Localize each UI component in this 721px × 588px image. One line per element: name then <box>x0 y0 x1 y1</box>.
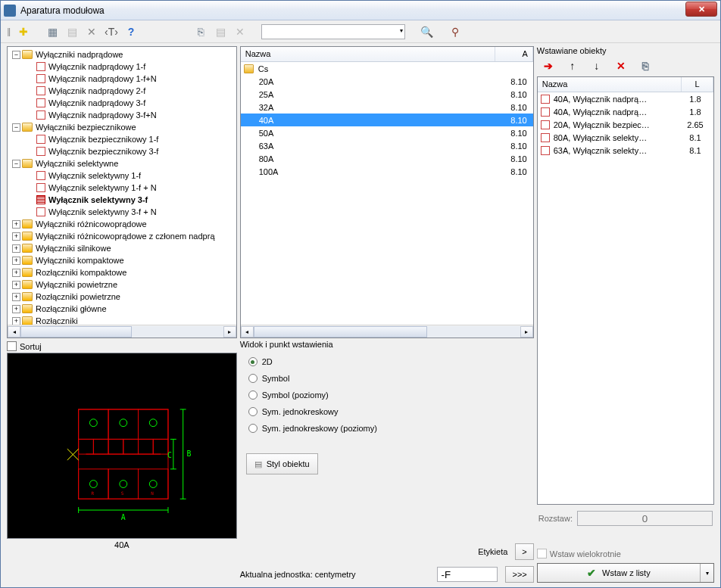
help-icon[interactable]: ? <box>123 24 139 39</box>
list-item[interactable]: 25A8.10 <box>241 88 533 101</box>
list-item[interactable]: 32A8.10 <box>241 101 533 114</box>
view-option[interactable]: 2D <box>248 357 526 366</box>
insert-dropdown-icon[interactable]: ▾ <box>700 564 713 582</box>
obj-col-l[interactable]: L <box>682 77 713 92</box>
tree-item[interactable]: +Wyłączniki różnicowoprądowe z członem n… <box>8 230 236 242</box>
find-icon[interactable]: ⚲ <box>448 24 463 39</box>
radio-icon[interactable] <box>248 424 258 433</box>
list-item[interactable]: 100A8.10 <box>241 165 533 178</box>
etykieta-input[interactable] <box>437 567 498 582</box>
view-option[interactable]: Symbol (poziomy) <box>248 390 526 400</box>
tree-item[interactable]: +Wyłączniki różnicowoprądowe <box>8 218 236 230</box>
list-item[interactable]: 80A8.10 <box>241 152 533 165</box>
arrow-up-icon[interactable]: ↑ <box>566 60 579 72</box>
search-input[interactable] <box>261 24 405 39</box>
list-hscrollbar[interactable]: ◂ ▸ <box>241 325 533 338</box>
object-row[interactable]: 20A, Wyłącznik bezpiec…2.65 <box>538 118 713 131</box>
tree-item-label: Wyłącznik nadprądowy 1-f+N <box>48 74 157 83</box>
tree-item[interactable]: +Rozłączniki główne <box>8 303 236 315</box>
object-row[interactable]: 40A, Wyłącznik nadprą…1.8 <box>538 105 713 118</box>
objects-list-body[interactable]: 40A, Wyłącznik nadprą…1.840A, Wyłącznik … <box>538 92 713 504</box>
add-button[interactable]: ✚ <box>16 24 31 39</box>
insert-from-list-button[interactable]: ✔ Wstaw z listy ▾ <box>537 563 714 583</box>
scroll-right-icon[interactable]: ▸ <box>520 326 533 338</box>
tree-item[interactable]: Wyłącznik bezpiecznikowy 3-f <box>8 145 236 157</box>
expand-icon[interactable]: + <box>12 317 20 325</box>
expand-icon[interactable]: + <box>12 281 20 289</box>
paste-icon[interactable]: ▤ <box>213 24 228 39</box>
tree-item[interactable]: −Wyłączniki bezpiecznikowe <box>8 121 236 133</box>
collapse-icon[interactable]: − <box>12 51 20 59</box>
wstaw-wielokrotnie-checkbox[interactable] <box>537 549 547 558</box>
tree-item[interactable]: −Wyłączniki selektywne <box>8 157 236 170</box>
radio-icon[interactable] <box>248 407 258 416</box>
collapse-icon[interactable]: − <box>12 123 20 132</box>
tree-item[interactable]: −Wyłączniki nadprądowe <box>8 48 236 61</box>
view-option[interactable]: Sym. jednokreskowy (poziomy) <box>248 424 526 433</box>
style-object-button[interactable]: ▤ Styl obiektu <box>246 453 318 474</box>
close-button[interactable]: ✕ <box>685 2 717 17</box>
tree-item[interactable]: Wyłącznik nadprądowy 1-f <box>8 61 236 73</box>
radio-icon[interactable] <box>248 374 258 383</box>
list-item[interactable]: 50A8.10 <box>241 126 533 139</box>
expand-icon[interactable]: + <box>12 305 20 313</box>
chevron-down-icon[interactable]: ▾ <box>400 27 403 34</box>
obj-col-name[interactable]: Nazwa <box>538 77 682 92</box>
copy-icon[interactable]: ⎘ <box>638 60 652 72</box>
more-button[interactable]: >>> <box>505 566 533 583</box>
radio-icon[interactable] <box>248 357 258 366</box>
list-folder-row[interactable]: Cs <box>241 62 533 75</box>
arrow-down-icon[interactable]: ↓ <box>590 60 604 72</box>
object-row[interactable]: 80A, Wyłącznik selekty…8.1 <box>538 131 713 144</box>
expand-icon[interactable]: + <box>12 269 20 277</box>
copy-icon[interactable]: ⎘ <box>193 24 208 39</box>
tree-item[interactable]: Wyłącznik selektywny 3-f <box>8 194 236 206</box>
view-option[interactable]: Sym. jednokreskowy <box>248 407 526 416</box>
tree-item[interactable]: +Wyłączniki powietrzne <box>8 278 236 291</box>
tree-hscrollbar[interactable]: ◂ ▸ <box>8 325 236 338</box>
expand-icon[interactable]: + <box>12 293 20 301</box>
tree-item[interactable]: +Rozłączniki kompaktowe <box>8 266 236 278</box>
col-a-header[interactable]: A <box>495 47 533 61</box>
tree-item[interactable]: +Rozłączniki powietrzne <box>8 291 236 303</box>
tree-item[interactable]: +Wyłączniki kompaktowe <box>8 254 236 266</box>
object-row[interactable]: 40A, Wyłącznik nadprą…1.8 <box>538 92 713 105</box>
delete-icon[interactable]: ✕ <box>614 60 628 72</box>
col-name-header[interactable]: Nazwa <box>241 47 495 61</box>
list-icon[interactable]: ▤ <box>64 24 80 39</box>
tree-item[interactable]: Wyłącznik nadprądowy 3-f <box>8 97 236 109</box>
collapse-icon[interactable]: − <box>12 160 20 168</box>
view-option[interactable]: Symbol <box>248 374 526 383</box>
tree-body[interactable]: −Wyłączniki nadprądoweWyłącznik nadprądo… <box>8 47 236 325</box>
expand-icon[interactable]: + <box>12 220 20 229</box>
tree-item[interactable]: Wyłącznik nadprądowy 3-f+N <box>8 109 236 121</box>
item-list-body[interactable]: Cs20A8.1025A8.1032A8.1040A8.1050A8.1063A… <box>241 62 533 325</box>
tree-item[interactable]: Wyłącznik nadprądowy 2-f <box>8 85 236 97</box>
search-icon[interactable]: 🔍 <box>419 24 434 39</box>
scroll-left-icon[interactable]: ◂ <box>8 326 20 338</box>
tree-item[interactable]: +Rozłączniki <box>8 315 236 325</box>
expand-icon[interactable]: + <box>12 244 20 253</box>
tree-item[interactable]: Wyłącznik selektywny 1-f <box>8 170 236 182</box>
sortuj-checkbox[interactable] <box>7 341 17 351</box>
tree-item[interactable]: Wyłącznik nadprądowy 1-f+N <box>8 73 236 85</box>
text-icon[interactable]: ‹T› <box>104 24 119 39</box>
grid-icon[interactable]: ▦ <box>45 24 60 39</box>
tree-item[interactable]: +Wyłączniki silnikowe <box>8 242 236 254</box>
arrow-right-icon[interactable]: ➔ <box>542 60 555 72</box>
delete-icon[interactable]: ✕ <box>233 24 248 39</box>
list-item[interactable]: 20A8.10 <box>241 75 533 88</box>
list-item[interactable]: 63A8.10 <box>241 139 533 152</box>
expand-icon[interactable]: + <box>12 232 20 241</box>
list-item[interactable]: 40A8.10 <box>241 114 533 126</box>
radio-icon[interactable] <box>248 390 258 400</box>
tree-item[interactable]: Wyłącznik selektywny 3-f + N <box>8 206 236 218</box>
scroll-left-icon[interactable]: ◂ <box>241 326 254 338</box>
tree-item[interactable]: Wyłącznik bezpiecznikowy 1-f <box>8 133 236 145</box>
tree-item[interactable]: Wyłącznik selektywny 1-f + N <box>8 182 236 194</box>
etykieta-button[interactable]: > <box>515 543 533 560</box>
expand-icon[interactable]: + <box>12 257 20 265</box>
object-row[interactable]: 63A, Wyłącznik selekty…8.1 <box>538 144 713 157</box>
scroll-right-icon[interactable]: ▸ <box>223 326 236 338</box>
tools-icon[interactable]: ✕ <box>84 24 99 39</box>
